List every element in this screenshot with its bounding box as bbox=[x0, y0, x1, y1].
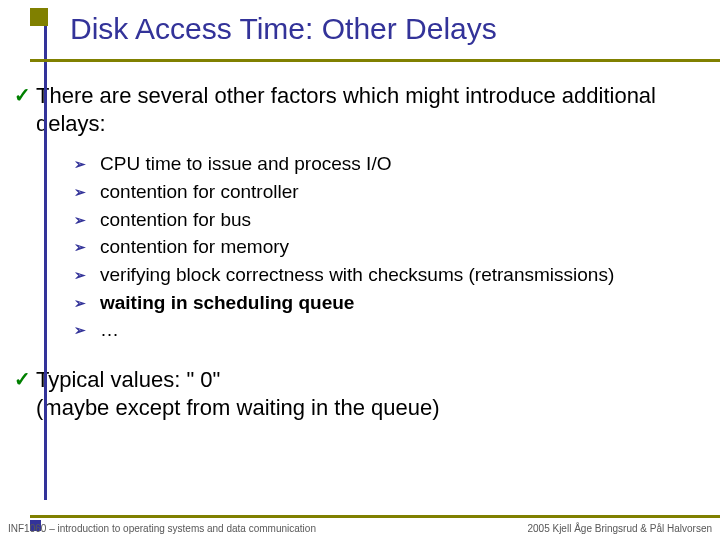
sub-bullet-text: contention for bus bbox=[100, 208, 251, 233]
bullet-main-2-line1: Typical values: " 0" bbox=[36, 367, 220, 392]
arrow-icon: ➢ bbox=[74, 152, 100, 176]
check-icon: ✓ bbox=[14, 82, 36, 108]
footer-left: INF1060 – introduction to operating syst… bbox=[8, 523, 316, 534]
sub-bullet: ➢ … bbox=[74, 318, 712, 343]
sub-bullet: ➢ contention for bus bbox=[74, 208, 712, 233]
sub-bullet-text: contention for memory bbox=[100, 235, 289, 260]
sub-bullet: ➢ contention for memory bbox=[74, 235, 712, 260]
arrow-icon: ➢ bbox=[74, 263, 100, 287]
sub-bullet: ➢ CPU time to issue and process I/O bbox=[74, 152, 712, 177]
check-icon: ✓ bbox=[14, 366, 36, 392]
bullet-main-1: ✓ There are several other factors which … bbox=[14, 82, 712, 138]
arrow-icon: ➢ bbox=[74, 318, 100, 342]
arrow-icon: ➢ bbox=[74, 208, 100, 232]
title-square-decoration bbox=[30, 8, 48, 26]
footer: INF1060 – introduction to operating syst… bbox=[0, 523, 720, 534]
title-area: Disk Access Time: Other Delays bbox=[0, 0, 720, 68]
sub-bullet-text: CPU time to issue and process I/O bbox=[100, 152, 391, 177]
title-underline bbox=[30, 59, 720, 62]
slide-title: Disk Access Time: Other Delays bbox=[70, 12, 720, 46]
arrow-icon: ➢ bbox=[74, 291, 100, 315]
sub-bullet-list: ➢ CPU time to issue and process I/O ➢ co… bbox=[14, 148, 712, 366]
bullet-main-2-line2: (maybe except from waiting in the queue) bbox=[36, 395, 440, 420]
arrow-icon: ➢ bbox=[74, 180, 100, 204]
slide: Disk Access Time: Other Delays ✓ There a… bbox=[0, 0, 720, 540]
bullet-main-2-text: Typical values: " 0" (maybe except from … bbox=[36, 366, 440, 422]
arrow-icon: ➢ bbox=[74, 235, 100, 259]
footer-right: 2005 Kjell Åge Bringsrud & Pål Halvorsen bbox=[527, 523, 712, 534]
sub-bullet-text: verifying block correctness with checksu… bbox=[100, 263, 614, 288]
sub-bullet-text: contention for controller bbox=[100, 180, 299, 205]
sub-bullet-text: … bbox=[100, 318, 119, 343]
bullet-main-2: ✓ Typical values: " 0" (maybe except fro… bbox=[14, 366, 712, 422]
body-area: ✓ There are several other factors which … bbox=[0, 68, 720, 422]
sub-bullet: ➢ verifying block correctness with check… bbox=[74, 263, 712, 288]
sub-bullet: ➢ contention for controller bbox=[74, 180, 712, 205]
footer-line bbox=[30, 515, 720, 518]
bullet-main-1-text: There are several other factors which mi… bbox=[36, 82, 712, 138]
sub-bullet: ➢ waiting in scheduling queue bbox=[74, 291, 712, 316]
left-accent-bar bbox=[44, 24, 47, 500]
sub-bullet-text-bold: waiting in scheduling queue bbox=[100, 291, 354, 316]
